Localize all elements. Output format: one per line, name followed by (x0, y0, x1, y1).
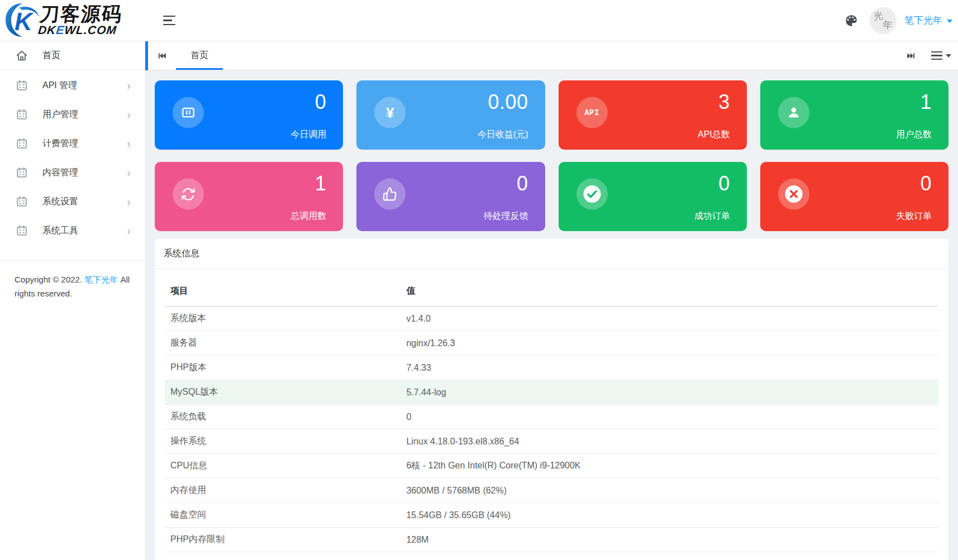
stat-value: 0 (517, 172, 528, 195)
wallet-icon (181, 106, 196, 120)
stat-label: API总数 (698, 129, 730, 141)
row-item-cell: 服务器 (165, 331, 401, 356)
sidebar-item-home[interactable]: 首页 (0, 41, 145, 70)
sidebar-item-label: API 管理 (42, 80, 77, 92)
table-row[interactable]: 系统版本 v1.4.0 (165, 307, 938, 331)
row-value-cell: 3600MB / 5768MB (62%) (401, 478, 938, 503)
stat-card[interactable]: 0 待处理反馈 (356, 162, 545, 231)
tab-menu-icon[interactable] (931, 51, 951, 60)
stat-card[interactable]: 0 今日调用 (155, 80, 343, 150)
row-value-cell: v1.4.0 (401, 307, 938, 331)
skip-forward-icon[interactable] (907, 51, 916, 60)
stat-value: 3 (718, 90, 730, 114)
stat-label: 今日调用 (290, 129, 326, 141)
sidebar-item[interactable]: 系统工具 › (0, 216, 145, 245)
copyright-link[interactable]: 笔下光年 (84, 275, 118, 284)
stat-value: 0 (315, 90, 327, 114)
sidebar-item-label: 内容管理 (42, 167, 78, 179)
chevron-down-icon (947, 20, 952, 23)
logo-title: 刀客源码 (39, 4, 123, 23)
chevron-right-icon: › (127, 109, 131, 120)
tab-home[interactable]: 首页 (176, 41, 223, 70)
stat-label: 总调用数 (290, 210, 326, 222)
stat-label: 待处理反馈 (484, 210, 528, 222)
stat-value: 0 (920, 172, 932, 195)
table-row[interactable]: CPU信息 6核 - 12th Gen Intel(R) Core(TM) i9… (165, 454, 938, 478)
sidebar-item-label: 首页 (42, 50, 60, 61)
column-header-item: 项目 (165, 275, 401, 307)
tab-label: 首页 (190, 50, 208, 61)
row-value-cell: 15.54GB / 35.65GB (44%) (401, 503, 938, 528)
sidebar-item-label: 系统设置 (42, 196, 78, 208)
sidebar-item-label: 系统工具 (42, 225, 78, 237)
stat-label: 失败订单 (896, 210, 932, 222)
system-info-panel: 系统信息 项目 值 系统版本 v1.4.0 服务器 nginx/1.26.3 P… (155, 238, 949, 560)
sidebar: 首页 API 管理 › 用户管理 › 计费管理 › (0, 41, 145, 560)
stat-label: 用户总数 (896, 129, 932, 141)
calendar-icon (16, 108, 28, 121)
calendar-icon (16, 79, 28, 92)
logo[interactable]: K 刀客源码 DKEWL.COM (0, 0, 145, 41)
stat-label: 成功订单 (694, 210, 730, 222)
user-menu[interactable]: 笔下光年 (904, 14, 952, 27)
table-row[interactable]: 磁盘空间 15.54GB / 35.65GB (44%) (165, 503, 938, 528)
row-item-cell: PHP版本 (165, 356, 401, 380)
table-row[interactable]: PHP内存限制 128M (165, 528, 938, 552)
row-item-cell: 操作系统 (165, 429, 401, 454)
main-area: 首页 (145, 41, 958, 560)
stat-value: 1 (315, 172, 327, 195)
username-label: 笔下光年 (904, 14, 942, 27)
stat-card[interactable]: 0 成功订单 (559, 162, 747, 231)
stats-grid: 0 今日调用 ¥ 0.00 今日收益(元) API 3 API总数 (155, 80, 949, 231)
stat-card[interactable]: ¥ 0.00 今日收益(元) (356, 80, 545, 150)
stat-value: 0.00 (488, 90, 528, 114)
table-row[interactable]: PHP版本 7.4.33 (165, 356, 938, 380)
row-value-cell: 7.4.33 (401, 356, 938, 380)
system-info-table: 项目 值 系统版本 v1.4.0 服务器 nginx/1.26.3 PHP版本 … (165, 275, 938, 552)
content: 0 今日调用 ¥ 0.00 今日收益(元) API 3 API总数 (145, 70, 958, 560)
table-row[interactable]: 操作系统 Linux 4.18.0-193.el8.x86_64 (165, 429, 938, 454)
top-header: K 刀客源码 DKEWL.COM 光 年 笔下光年 (0, 0, 958, 41)
row-item-cell: MySQL版本 (165, 380, 401, 405)
avatar[interactable]: 光 年 (870, 7, 897, 34)
calendar-icon (16, 195, 28, 208)
table-row[interactable]: 系统负载 0 (165, 405, 938, 429)
svg-text:K: K (15, 8, 34, 35)
sidebar-item[interactable]: API 管理 › (0, 71, 145, 100)
sidebar-item[interactable]: 计费管理 › (0, 129, 145, 158)
calendar-icon (16, 166, 28, 179)
table-row[interactable]: MySQL版本 5.7.44-log (165, 380, 938, 405)
chevron-right-icon: › (127, 196, 131, 207)
thumbs-up-icon (383, 187, 397, 202)
table-row[interactable]: 内存使用 3600MB / 5768MB (62%) (165, 478, 938, 503)
row-item-cell: 内存使用 (165, 478, 401, 503)
stat-card[interactable]: 1 总调用数 (155, 162, 343, 231)
api-icon: API (584, 108, 599, 117)
check-circle-icon (583, 185, 602, 204)
sidebar-item[interactable]: 用户管理 › (0, 100, 145, 129)
calendar-icon (16, 137, 28, 150)
chevron-right-icon: › (127, 138, 131, 149)
chevron-right-icon: › (127, 225, 131, 236)
sidebar-item-label: 用户管理 (42, 109, 78, 121)
hamburger-icon[interactable] (163, 16, 175, 26)
table-row[interactable]: 服务器 nginx/1.26.3 (165, 331, 938, 356)
sidebar-item[interactable]: 内容管理 › (0, 158, 145, 187)
home-icon (16, 50, 28, 62)
sidebar-menu: API 管理 › 用户管理 › 计费管理 › 内容管理 › (0, 70, 145, 245)
stat-card[interactable]: 0 失败订单 (760, 162, 949, 231)
stat-card[interactable]: API 3 API总数 (559, 80, 747, 150)
panel-title: 系统信息 (155, 238, 949, 269)
logo-swoosh-icon: K (2, 1, 42, 40)
column-header-value: 值 (401, 275, 938, 307)
stat-card[interactable]: 1 用户总数 (760, 80, 949, 150)
palette-icon[interactable] (844, 13, 859, 28)
row-value-cell: 6核 - 12th Gen Intel(R) Core(TM) i9-12900… (401, 454, 938, 478)
system-info-rows: 系统版本 v1.4.0 服务器 nginx/1.26.3 PHP版本 7.4.3… (165, 307, 938, 552)
stat-value: 1 (920, 90, 932, 114)
row-item-cell: 系统版本 (165, 307, 401, 331)
skip-back-icon[interactable] (148, 41, 176, 70)
stat-label: 今日收益(元) (478, 129, 528, 141)
row-value-cell: Linux 4.18.0-193.el8.x86_64 (401, 429, 938, 454)
sidebar-item[interactable]: 系统设置 › (0, 187, 145, 216)
